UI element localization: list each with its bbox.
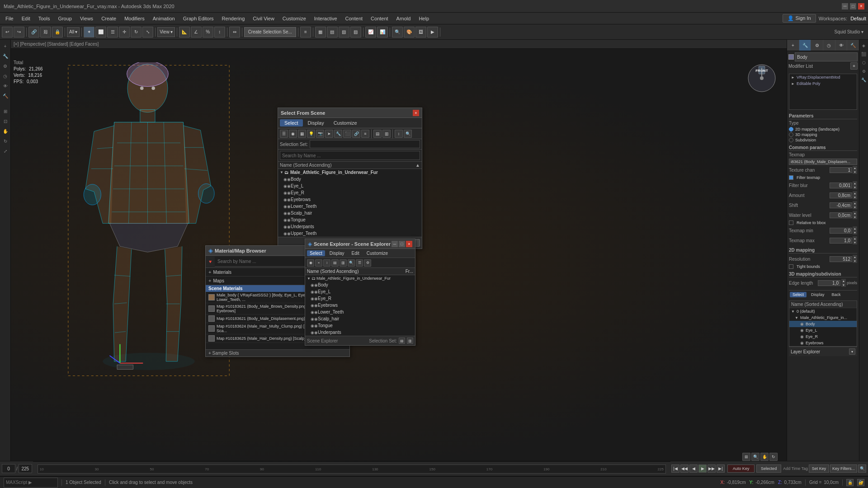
sfs-item-eye-l[interactable]: ◉ ◉ Eye_L <box>278 183 422 189</box>
add-time-tag[interactable]: Add Time Tag <box>783 466 808 471</box>
lock-btn[interactable]: 🔒 <box>846 479 854 486</box>
ri-btn-2[interactable]: ⬛ <box>860 50 868 58</box>
menu-scripting[interactable]: Interactive <box>311 15 341 22</box>
play-fwd-btn[interactable]: ▶ <box>698 465 707 473</box>
amount-up[interactable]: ▲ <box>853 191 857 195</box>
se-tab-select[interactable]: Select <box>307 250 325 256</box>
sfs-item-scalp-hair[interactable]: ◉ ◉ Scalp_hair <box>278 210 422 216</box>
next-frame-btn[interactable]: ▶| <box>717 465 725 473</box>
sfs-filter10[interactable]: ≡ <box>361 130 369 138</box>
graph4[interactable]: ▨ <box>350 27 361 38</box>
edge-down[interactable]: ▼ <box>841 283 846 287</box>
modify-cmd-btn[interactable]: 🔧 <box>799 40 811 51</box>
menu-help[interactable]: Help <box>415 15 433 22</box>
le-eye-r[interactable]: ◉ Eye_R <box>789 333 857 340</box>
se-tb8[interactable]: ⚙ <box>364 259 371 267</box>
angle-snap[interactable]: ∠ <box>191 27 202 38</box>
res-up[interactable]: ▲ <box>853 255 857 259</box>
sfs-find[interactable]: 🔍 <box>404 130 412 138</box>
key-filters-btn[interactable]: Key Filters... <box>830 465 857 473</box>
menu-civil-view[interactable]: Civil View <box>249 15 278 22</box>
sfs-item-tongue[interactable]: ◉ ◉ Tongue <box>278 216 422 223</box>
prev-frame-btn[interactable]: |◀ <box>671 465 679 473</box>
create-panel-btn[interactable]: + <box>1 42 10 51</box>
total-frames-input[interactable] <box>19 464 32 473</box>
tex-chan-down[interactable]: ▼ <box>853 170 857 174</box>
auto-key-btn[interactable]: Auto Key <box>727 465 755 473</box>
menu-customize[interactable]: Customize <box>279 15 310 22</box>
sfs-tab-select[interactable]: Select <box>280 119 303 127</box>
sfs-close[interactable]: × <box>413 110 419 116</box>
utilities-btn[interactable]: 🔨 <box>1 91 10 100</box>
menu-tools[interactable]: Tools <box>35 15 54 22</box>
le-root[interactable]: ▼ Male_Athletic_Figure_in... <box>789 314 857 321</box>
menu-edit[interactable]: Edit <box>18 15 34 22</box>
sfs-filter7[interactable]: 🔧 <box>334 130 342 138</box>
graph2[interactable]: ▤ <box>327 27 338 38</box>
scale-button[interactable]: ⤡ <box>142 27 153 38</box>
se-root-item[interactable]: ▼ 🗂 Male_Athletic_Figure_in_Underwear_Fu… <box>305 275 415 282</box>
menu-rendering[interactable]: Rendering <box>218 15 249 22</box>
shift-down[interactable]: ▼ <box>853 205 857 209</box>
create-cmd-btn[interactable]: + <box>787 40 799 51</box>
sfs-item-underpants[interactable]: ◉ ◉ Underpants <box>278 223 422 230</box>
type-radio-sub[interactable]: Subdivision <box>789 138 857 142</box>
sfs-root-expand[interactable]: ▼ <box>280 170 283 174</box>
create-selection-set[interactable]: Create Selection Se... <box>244 27 296 37</box>
maxscript-input[interactable] <box>4 478 58 488</box>
sfs-search-input[interactable] <box>280 151 420 160</box>
sfs-filter3[interactable]: ▦ <box>298 130 306 138</box>
shift-input[interactable] <box>830 202 852 208</box>
se-header[interactable]: ◈ Scene Explorer - Scene Explorer ─ □ × <box>305 239 415 249</box>
modifier-editable-poly[interactable]: ► Editable Poly <box>789 80 857 87</box>
selected-btn[interactable]: Selected <box>756 465 781 473</box>
sign-in-button[interactable]: 👤 Sign In <box>783 14 816 23</box>
se-scalp-hair[interactable]: ◉◉ Scalp_hair <box>305 315 415 322</box>
color-swatch[interactable] <box>788 54 794 60</box>
se-minimize[interactable]: ─ <box>392 241 398 247</box>
object-name-input[interactable] <box>795 52 858 61</box>
select-by-name-button[interactable]: ☰ <box>107 27 118 38</box>
sfs-filter5[interactable]: 📷 <box>316 130 324 138</box>
se-eye-r[interactable]: ◉◉ Eye_R <box>305 295 415 302</box>
ri-btn-5[interactable]: 🔧 <box>860 76 868 84</box>
sfs-selection-set-input[interactable] <box>310 140 420 148</box>
zoom-all[interactable]: 🔍 <box>751 453 760 461</box>
layer-button[interactable]: ≡ <box>300 27 311 38</box>
spinner-snap[interactable]: ↕ <box>214 27 225 38</box>
ri-btn-4[interactable]: ⚙ <box>860 67 868 75</box>
sfs-filter9[interactable]: 🔗 <box>352 130 360 138</box>
viewport-header[interactable]: [+] [Perspective] [Standard] [Edged Face… <box>11 40 787 49</box>
relative-bbox-check[interactable]: Relative to bbox <box>789 221 857 225</box>
se-tb4[interactable]: ▤ <box>331 259 339 267</box>
se-lower-teeth[interactable]: ◉◉ Lower_Teeth <box>305 309 415 315</box>
se-tab-customize[interactable]: Customize <box>364 250 391 256</box>
material-editor-btn[interactable]: 🎨 <box>404 27 415 38</box>
pan-btn[interactable]: ✋ <box>1 127 10 136</box>
sfs-root-item[interactable]: ▼ 🗂 Male_Athletic_Figure_in_Underwear_Fu… <box>278 169 422 176</box>
menu-content[interactable]: Content <box>367 15 392 22</box>
se-tab-edit[interactable]: Edit <box>349 250 362 256</box>
tex-chan-up[interactable]: ▲ <box>853 166 857 170</box>
motion-btn[interactable]: ◷ <box>1 71 10 80</box>
close-button[interactable]: × <box>858 3 864 9</box>
se-footer-btn1[interactable]: ▤ <box>399 338 405 344</box>
menu-modifiers[interactable]: Modifiers <box>121 15 148 22</box>
tight-bounds-check[interactable]: Tight bounds <box>789 264 857 269</box>
modify-panel-btn[interactable]: 🔧 <box>1 52 10 61</box>
sfs-filter6[interactable]: ➤ <box>325 130 333 138</box>
next-key-btn[interactable]: ▶▶ <box>708 465 716 473</box>
se-eyebrows[interactable]: ◉◉ Eyebrows <box>305 302 415 309</box>
orbit-all[interactable]: ↻ <box>769 453 778 461</box>
graph1[interactable]: ▦ <box>315 27 326 38</box>
menu-group[interactable]: Group <box>54 15 75 22</box>
amount-down[interactable]: ▼ <box>853 195 857 199</box>
unlink-button[interactable]: ⛓ <box>40 27 51 38</box>
se-tb5[interactable]: ▥ <box>340 259 347 267</box>
undo-button[interactable]: ↩ <box>2 27 13 38</box>
se-close[interactable]: × <box>406 241 412 247</box>
se-tb3[interactable]: ↕ <box>323 259 330 267</box>
move-button[interactable]: ✛ <box>119 27 130 38</box>
dope-sheet[interactable]: 📊 <box>377 27 388 38</box>
menu-graph-editors[interactable]: Graph Editors <box>179 15 217 22</box>
